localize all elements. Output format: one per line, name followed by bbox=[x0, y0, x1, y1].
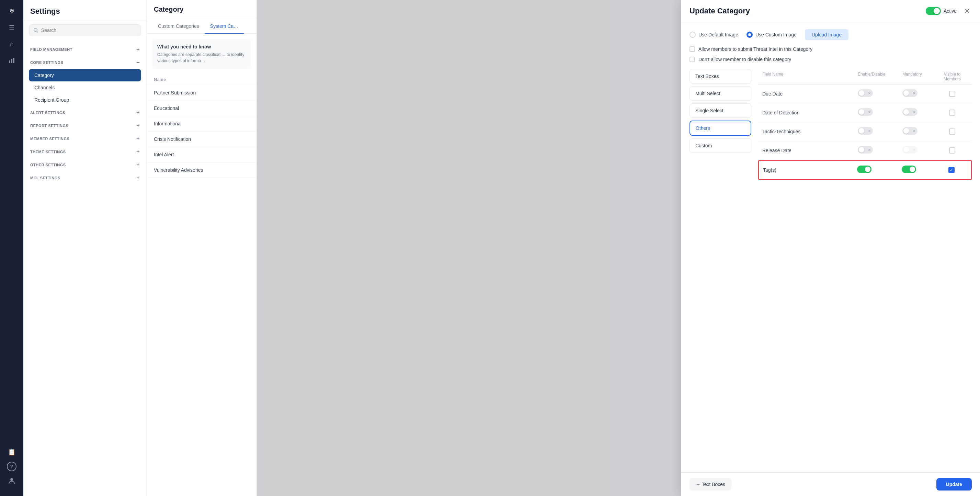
tab-system-categories[interactable]: System Ca… bbox=[205, 19, 244, 33]
search-box[interactable] bbox=[29, 24, 141, 36]
field-row-release-date: Release Date bbox=[758, 141, 972, 160]
svg-rect-0 bbox=[9, 61, 10, 63]
disable-category-checkbox[interactable] bbox=[689, 57, 695, 62]
tab-custom-categories[interactable]: Custom Categories bbox=[153, 19, 205, 33]
field-type-others[interactable]: Others bbox=[689, 121, 751, 136]
field-management-header[interactable]: FIELD MANAGEMENT + bbox=[29, 43, 141, 56]
header-mandatory: Mandatory bbox=[902, 72, 937, 81]
list-item[interactable]: Vulnerability Advisories bbox=[147, 163, 256, 178]
modal-header: Update Category Active ✕ bbox=[681, 0, 980, 22]
modal-body: Use Default Image Use Custom Image Uploa… bbox=[681, 22, 980, 472]
clipboard-icon[interactable]: 📋 bbox=[5, 445, 19, 459]
list-item[interactable]: Informational bbox=[147, 116, 256, 132]
sidebar-item-recipient-group[interactable]: Recipient Group bbox=[29, 94, 141, 106]
modal-panel: Update Category Active ✕ Use Default Ima… bbox=[681, 0, 980, 496]
search-input[interactable] bbox=[41, 27, 137, 33]
theme-settings-header[interactable]: THEME SETTINGS + bbox=[29, 145, 141, 158]
category-tabs: Custom Categories System Ca… bbox=[147, 19, 256, 33]
custom-image-label: Use Custom Image bbox=[756, 32, 797, 37]
report-settings-toggle[interactable]: + bbox=[136, 123, 140, 129]
release-date-mandatory-toggle[interactable] bbox=[902, 146, 937, 155]
member-settings-toggle[interactable]: + bbox=[136, 136, 140, 142]
default-image-radio[interactable] bbox=[689, 32, 696, 38]
sidebar-item-category[interactable]: Category bbox=[29, 69, 141, 81]
active-label: Active bbox=[943, 8, 957, 14]
modal-footer: ← Text Boxes Update bbox=[681, 472, 980, 496]
other-settings-header[interactable]: OTHER SETTINGS + bbox=[29, 158, 141, 171]
search-icon bbox=[33, 27, 38, 33]
tags-enable-toggle[interactable] bbox=[857, 166, 902, 174]
back-button[interactable]: ← Text Boxes bbox=[689, 478, 732, 491]
threat-intel-checkbox[interactable] bbox=[689, 46, 695, 52]
date-detection-mandatory-toggle[interactable] bbox=[902, 108, 937, 117]
theme-settings-label: THEME SETTINGS bbox=[30, 150, 66, 154]
mcl-settings-header[interactable]: MCL SETTINGS + bbox=[29, 171, 141, 185]
modal-header-right: Active ✕ bbox=[926, 6, 972, 16]
tags-mandatory-toggle[interactable] bbox=[902, 166, 936, 174]
member-settings-header[interactable]: MEMBER SETTINGS + bbox=[29, 132, 141, 145]
upload-image-button[interactable]: Upload Image bbox=[805, 29, 848, 40]
core-settings-header[interactable]: CORE SETTINGS − bbox=[29, 56, 141, 69]
active-toggle[interactable] bbox=[926, 7, 941, 15]
close-button[interactable]: ✕ bbox=[962, 6, 972, 16]
mcl-settings-label: MCL SETTINGS bbox=[30, 176, 60, 180]
svg-rect-1 bbox=[11, 59, 12, 63]
report-settings-header[interactable]: REPORT SETTINGS + bbox=[29, 119, 141, 132]
field-type-single-select[interactable]: Single Select bbox=[689, 104, 751, 118]
field-row-due-date: Due Date bbox=[758, 85, 972, 104]
default-image-label: Use Default Image bbox=[698, 32, 738, 37]
tags-visible-checkbox[interactable]: ✓ bbox=[936, 167, 967, 173]
tactic-visible-checkbox[interactable] bbox=[937, 128, 968, 135]
member-settings-label: MEMBER SETTINGS bbox=[30, 137, 69, 141]
tactic-enable-toggle[interactable] bbox=[858, 127, 902, 136]
core-settings-toggle[interactable]: − bbox=[136, 59, 140, 65]
header-field-name: Field Name bbox=[762, 72, 858, 81]
due-date-visible-checkbox[interactable] bbox=[937, 91, 968, 97]
home-icon[interactable]: ⌂ bbox=[5, 37, 19, 51]
field-type-custom[interactable]: Custom bbox=[689, 139, 751, 153]
list-item[interactable]: Partner Submission bbox=[147, 85, 256, 100]
custom-image-radio[interactable] bbox=[746, 32, 752, 38]
svg-point-3 bbox=[10, 478, 13, 481]
field-type-text-boxes[interactable]: Text Boxes bbox=[689, 69, 751, 83]
other-settings-toggle[interactable]: + bbox=[136, 162, 140, 168]
modal-title: Update Category bbox=[689, 6, 750, 16]
disable-category-label: Don't allow member to disable this categ… bbox=[698, 57, 791, 62]
due-date-enable-toggle[interactable] bbox=[858, 89, 902, 98]
menu-icon[interactable]: ☰ bbox=[5, 21, 19, 34]
core-settings-label: CORE SETTINGS bbox=[30, 61, 63, 65]
threat-intel-label: Allow members to submit Threat Intel in … bbox=[698, 46, 813, 52]
logo-icon[interactable]: ❄ bbox=[5, 4, 19, 18]
field-name-tags: Tag(s) bbox=[763, 167, 857, 173]
field-type-list: Text Boxes Multi Select Single Select Ot… bbox=[689, 69, 751, 180]
update-button[interactable]: Update bbox=[936, 478, 972, 491]
list-item[interactable]: Intel Alert bbox=[147, 147, 256, 163]
field-type-multi-select[interactable]: Multi Select bbox=[689, 86, 751, 100]
nav-bottom: 📋 ? bbox=[5, 445, 19, 492]
due-date-mandatory-toggle[interactable] bbox=[902, 89, 937, 98]
mcl-settings-toggle[interactable]: + bbox=[136, 175, 140, 181]
sidebar-item-channels[interactable]: Channels bbox=[29, 81, 141, 94]
user-settings-icon[interactable] bbox=[5, 474, 19, 488]
field-table: Field Name Enable/Disable Mandatory Visi… bbox=[758, 69, 972, 180]
info-box-title: What you need to know bbox=[157, 44, 246, 49]
sidebar-nav: ❄ ☰ ⌂ 📋 ? bbox=[0, 0, 23, 496]
category-title: Category bbox=[147, 0, 256, 19]
use-default-image-option[interactable]: Use Default Image bbox=[689, 32, 738, 38]
field-row-date-detection: Date of Detection bbox=[758, 104, 972, 122]
release-date-enable-toggle[interactable] bbox=[858, 146, 902, 155]
list-item[interactable]: Educational bbox=[147, 100, 256, 116]
svg-point-4 bbox=[34, 28, 37, 31]
help-icon[interactable]: ? bbox=[7, 462, 16, 471]
list-item[interactable]: Crisis Notification bbox=[147, 132, 256, 147]
theme-settings-toggle[interactable]: + bbox=[136, 149, 140, 155]
date-detection-enable-toggle[interactable] bbox=[858, 108, 902, 117]
tactic-mandatory-toggle[interactable] bbox=[902, 127, 937, 136]
alert-settings-toggle[interactable]: + bbox=[136, 110, 140, 116]
release-date-visible-checkbox[interactable] bbox=[937, 147, 968, 153]
use-custom-image-option[interactable]: Use Custom Image bbox=[746, 32, 797, 38]
alert-settings-header[interactable]: ALERT SETTINGS + bbox=[29, 106, 141, 119]
field-management-toggle[interactable]: + bbox=[136, 46, 140, 53]
date-detection-visible-checkbox[interactable] bbox=[937, 110, 968, 116]
chart-icon[interactable] bbox=[5, 54, 19, 67]
